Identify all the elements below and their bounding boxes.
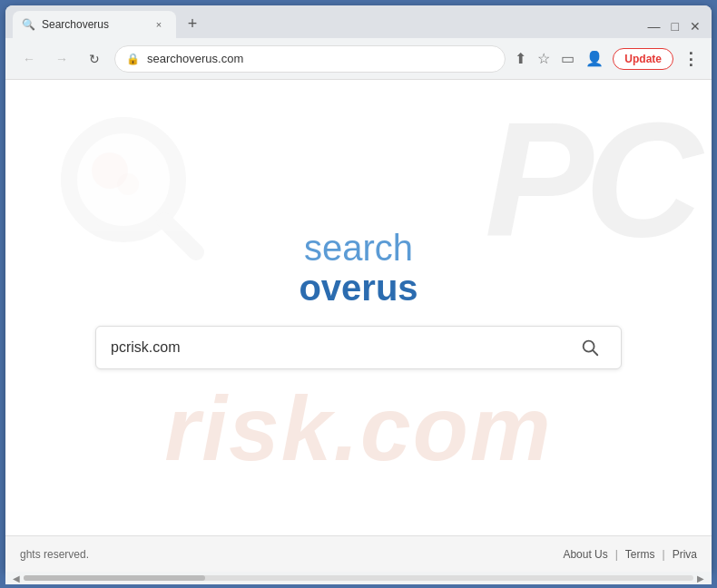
title-bar: 🔍 Searchoverus × + — □ ✕ [5,5,712,38]
page-content: PC risk.com search overus [5,80,712,572]
active-tab[interactable]: 🔍 Searchoverus × [13,11,176,38]
scroll-right-button[interactable]: ▶ [693,573,708,583]
magnifier-watermark [60,116,205,261]
scrollbar-track[interactable] [24,575,693,581]
tab-favicon-icon: 🔍 [22,18,34,31]
account-icon[interactable]: 👤 [584,48,605,69]
maximize-button[interactable]: □ [672,20,679,33]
svg-line-5 [593,350,597,355]
address-actions: ⬆ ☆ ▭ 👤 Update ⋮ [513,48,701,70]
logo-search-text: search [304,228,413,268]
logo-overus-text: overus [299,268,417,308]
svg-point-3 [117,173,139,195]
footer-divider-1: | [615,548,618,561]
forward-button[interactable]: → [49,46,74,72]
scrollbar-thumb[interactable] [24,575,205,581]
logo-line2: overus [299,268,417,308]
reload-button[interactable]: ↻ [82,46,107,72]
footer-copyright: ghts reserved. [20,548,563,561]
minimize-button[interactable]: — [648,20,661,33]
search-container [95,326,622,369]
footer-terms-link[interactable]: Terms [625,548,655,561]
close-button[interactable]: ✕ [690,20,701,33]
search-box [95,326,622,369]
browser-menu-button[interactable]: ⋮ [681,49,701,69]
footer-divider-2: | [663,548,665,561]
tab-close-button[interactable]: × [151,16,167,33]
page-main: PC risk.com search overus [5,80,712,535]
watermark-container: PC risk.com [5,80,712,535]
address-bar: ← → ↻ 🔒 searchoverus.com ⬆ ☆ ▭ 👤 Update … [5,38,712,80]
tab-sidebar-icon[interactable]: ▭ [559,48,576,69]
pc-watermark: PC [485,98,693,261]
svg-point-0 [69,125,178,234]
page-footer: ghts reserved. About Us | Terms | Priva [5,535,712,572]
new-tab-button[interactable]: + [180,11,205,36]
logo-line1: search [299,228,417,268]
footer-about-link[interactable]: About Us [563,548,607,561]
logo-container: search overus [299,228,417,308]
lock-icon: 🔒 [126,53,140,65]
address-field[interactable]: 🔒 searchoverus.com [114,45,506,73]
search-input[interactable] [111,339,574,356]
footer-links: About Us | Terms | Priva [563,548,697,561]
tab-title: Searchoverus [42,18,143,31]
risk-watermark: risk.com [5,377,712,481]
url-text: searchoverus.com [147,52,494,65]
search-icon [580,338,600,358]
horizontal-scrollbar[interactable]: ◀ ▶ [5,572,712,584]
window-controls: — □ ✕ [648,20,704,38]
browser-window: 🔍 Searchoverus × + — □ ✕ ← → ↻ 🔒 searcho… [5,5,712,572]
svg-point-2 [92,152,128,189]
share-icon[interactable]: ⬆ [513,48,528,69]
back-button[interactable]: ← [16,46,42,72]
svg-line-1 [164,220,196,252]
tab-area: 🔍 Searchoverus × + [13,11,648,38]
search-submit-button[interactable] [574,331,606,364]
update-button[interactable]: Update [613,48,673,70]
scroll-left-button[interactable]: ◀ [9,573,24,583]
footer-privacy-link[interactable]: Priva [673,548,697,561]
bookmark-icon[interactable]: ☆ [535,48,552,69]
